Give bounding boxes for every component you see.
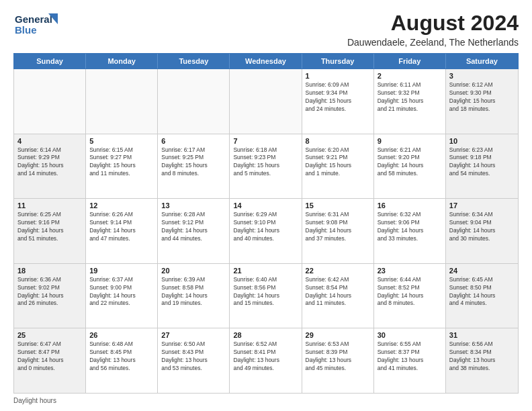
page: GeneralBlue General Blue August 2024 Dau… — [0, 0, 532, 411]
cell-info: Sunrise: 6:37 AM Sunset: 9:00 PM Dayligh… — [89, 276, 154, 308]
day-cell-23: 23Sunrise: 6:44 AM Sunset: 8:52 PM Dayli… — [374, 264, 446, 328]
day-cell-16: 16Sunrise: 6:32 AM Sunset: 9:06 PM Dayli… — [374, 199, 446, 263]
logo: GeneralBlue General Blue — [13, 11, 60, 38]
cell-info: Sunrise: 6:26 AM Sunset: 9:14 PM Dayligh… — [89, 211, 154, 243]
cell-info: Sunrise: 6:39 AM Sunset: 8:58 PM Dayligh… — [161, 276, 226, 308]
cell-info: Sunrise: 6:48 AM Sunset: 8:45 PM Dayligh… — [89, 340, 154, 373]
day-cell-3: 3Sunrise: 6:12 AM Sunset: 9:30 PM Daylig… — [446, 69, 518, 134]
day-number: 2 — [378, 72, 442, 80]
day-number: 27 — [161, 331, 226, 339]
day-number: 21 — [233, 267, 298, 275]
day-number: 23 — [378, 267, 442, 275]
day-number: 25 — [17, 331, 82, 339]
day-cell-15: 15Sunrise: 6:31 AM Sunset: 9:08 PM Dayli… — [302, 199, 374, 263]
header-cell-friday: Friday — [374, 54, 446, 68]
cell-info: Sunrise: 6:25 AM Sunset: 9:16 PM Dayligh… — [17, 211, 82, 243]
calendar: SundayMondayTuesdayWednesdayThursdayFrid… — [13, 53, 519, 394]
day-number: 7 — [233, 137, 298, 145]
subtitle: Dauwendaele, Zeeland, The Netherlands — [347, 37, 519, 48]
day-cell-20: 20Sunrise: 6:39 AM Sunset: 8:58 PM Dayli… — [158, 264, 230, 328]
day-number: 17 — [449, 201, 515, 210]
day-number: 14 — [233, 201, 298, 210]
day-cell-5: 5Sunrise: 6:15 AM Sunset: 9:27 PM Daylig… — [86, 134, 158, 199]
day-cell-10: 10Sunrise: 6:23 AM Sunset: 9:18 PM Dayli… — [446, 134, 518, 199]
week-4: 18Sunrise: 6:36 AM Sunset: 9:02 PM Dayli… — [14, 264, 518, 329]
cell-info: Sunrise: 6:09 AM Sunset: 9:34 PM Dayligh… — [306, 81, 370, 113]
cell-info: Sunrise: 6:21 AM Sunset: 9:20 PM Dayligh… — [378, 146, 442, 179]
day-cell-13: 13Sunrise: 6:28 AM Sunset: 9:12 PM Dayli… — [158, 199, 230, 263]
day-number: 8 — [306, 137, 370, 145]
day-number: 18 — [17, 267, 82, 275]
day-cell-29: 29Sunrise: 6:53 AM Sunset: 8:39 PM Dayli… — [302, 328, 374, 393]
day-number: 11 — [17, 201, 82, 210]
logo-icon: GeneralBlue — [13, 11, 60, 38]
header-cell-thursday: Thursday — [302, 54, 374, 68]
day-cell-27: 27Sunrise: 6:50 AM Sunset: 8:43 PM Dayli… — [158, 328, 230, 393]
day-cell-31: 31Sunrise: 6:56 AM Sunset: 8:34 PM Dayli… — [446, 328, 518, 393]
cell-info: Sunrise: 6:50 AM Sunset: 8:43 PM Dayligh… — [161, 340, 226, 373]
cell-info: Sunrise: 6:52 AM Sunset: 8:41 PM Dayligh… — [233, 340, 298, 373]
week-3: 11Sunrise: 6:25 AM Sunset: 9:16 PM Dayli… — [14, 199, 518, 264]
cell-info: Sunrise: 6:29 AM Sunset: 9:10 PM Dayligh… — [233, 211, 298, 243]
day-number: 13 — [161, 201, 226, 210]
day-number: 26 — [89, 331, 154, 339]
day-number: 20 — [161, 267, 226, 275]
footer-note: Daylight hours — [13, 397, 519, 404]
svg-text:General: General — [15, 13, 52, 25]
day-cell-30: 30Sunrise: 6:55 AM Sunset: 8:37 PM Dayli… — [374, 328, 446, 393]
day-cell-6: 6Sunrise: 6:17 AM Sunset: 9:25 PM Daylig… — [158, 134, 230, 199]
day-cell-7: 7Sunrise: 6:18 AM Sunset: 9:23 PM Daylig… — [230, 134, 302, 199]
cell-info: Sunrise: 6:56 AM Sunset: 8:34 PM Dayligh… — [449, 340, 515, 373]
day-cell-18: 18Sunrise: 6:36 AM Sunset: 9:02 PM Dayli… — [14, 264, 86, 328]
day-number: 6 — [161, 137, 226, 145]
cell-info: Sunrise: 6:15 AM Sunset: 9:27 PM Dayligh… — [89, 146, 154, 179]
cell-info: Sunrise: 6:28 AM Sunset: 9:12 PM Dayligh… — [161, 211, 226, 243]
main-title: August 2024 — [347, 11, 519, 36]
cell-info: Sunrise: 6:44 AM Sunset: 8:52 PM Dayligh… — [378, 276, 442, 308]
day-cell-28: 28Sunrise: 6:52 AM Sunset: 8:41 PM Dayli… — [230, 328, 302, 393]
cell-info: Sunrise: 6:34 AM Sunset: 9:04 PM Dayligh… — [449, 211, 515, 243]
day-number: 29 — [306, 331, 370, 339]
svg-text:Blue: Blue — [15, 24, 37, 36]
week-1: 1Sunrise: 6:09 AM Sunset: 9:34 PM Daylig… — [14, 69, 518, 134]
day-cell-9: 9Sunrise: 6:21 AM Sunset: 9:20 PM Daylig… — [374, 134, 446, 199]
title-block: August 2024 Dauwendaele, Zeeland, The Ne… — [347, 11, 519, 48]
day-number: 9 — [378, 137, 442, 145]
day-number: 4 — [17, 137, 82, 145]
empty-cell — [86, 69, 158, 134]
day-cell-26: 26Sunrise: 6:48 AM Sunset: 8:45 PM Dayli… — [86, 328, 158, 393]
calendar-header: SundayMondayTuesdayWednesdayThursdayFrid… — [13, 53, 519, 69]
day-cell-8: 8Sunrise: 6:20 AM Sunset: 9:21 PM Daylig… — [302, 134, 374, 199]
cell-info: Sunrise: 6:32 AM Sunset: 9:06 PM Dayligh… — [378, 211, 442, 243]
day-number: 1 — [306, 72, 370, 80]
cell-info: Sunrise: 6:20 AM Sunset: 9:21 PM Dayligh… — [306, 146, 370, 179]
day-cell-2: 2Sunrise: 6:11 AM Sunset: 9:32 PM Daylig… — [374, 69, 446, 134]
cell-info: Sunrise: 6:18 AM Sunset: 9:23 PM Dayligh… — [233, 146, 298, 179]
cell-info: Sunrise: 6:23 AM Sunset: 9:18 PM Dayligh… — [449, 146, 515, 179]
cell-info: Sunrise: 6:47 AM Sunset: 8:47 PM Dayligh… — [17, 340, 82, 373]
empty-cell — [230, 69, 302, 134]
cell-info: Sunrise: 6:17 AM Sunset: 9:25 PM Dayligh… — [161, 146, 226, 179]
header-cell-tuesday: Tuesday — [158, 54, 230, 68]
day-number: 3 — [449, 72, 515, 80]
empty-cell — [14, 69, 86, 134]
day-cell-21: 21Sunrise: 6:40 AM Sunset: 8:56 PM Dayli… — [230, 264, 302, 328]
cell-info: Sunrise: 6:12 AM Sunset: 9:30 PM Dayligh… — [449, 81, 515, 113]
header: GeneralBlue General Blue August 2024 Dau… — [13, 11, 519, 48]
day-cell-24: 24Sunrise: 6:45 AM Sunset: 8:50 PM Dayli… — [446, 264, 518, 328]
day-number: 30 — [378, 331, 442, 339]
week-2: 4Sunrise: 6:14 AM Sunset: 9:29 PM Daylig… — [14, 134, 518, 199]
header-cell-monday: Monday — [86, 54, 158, 68]
day-number: 15 — [306, 201, 370, 210]
cell-info: Sunrise: 6:55 AM Sunset: 8:37 PM Dayligh… — [378, 340, 442, 373]
day-number: 28 — [233, 331, 298, 339]
cell-info: Sunrise: 6:11 AM Sunset: 9:32 PM Dayligh… — [378, 81, 442, 113]
calendar-body: 1Sunrise: 6:09 AM Sunset: 9:34 PM Daylig… — [13, 69, 519, 394]
day-cell-17: 17Sunrise: 6:34 AM Sunset: 9:04 PM Dayli… — [446, 199, 518, 263]
cell-info: Sunrise: 6:53 AM Sunset: 8:39 PM Dayligh… — [306, 340, 370, 373]
day-cell-25: 25Sunrise: 6:47 AM Sunset: 8:47 PM Dayli… — [14, 328, 86, 393]
day-number: 22 — [306, 267, 370, 275]
cell-info: Sunrise: 6:31 AM Sunset: 9:08 PM Dayligh… — [306, 211, 370, 243]
cell-info: Sunrise: 6:45 AM Sunset: 8:50 PM Dayligh… — [449, 276, 515, 308]
day-cell-22: 22Sunrise: 6:42 AM Sunset: 8:54 PM Dayli… — [302, 264, 374, 328]
